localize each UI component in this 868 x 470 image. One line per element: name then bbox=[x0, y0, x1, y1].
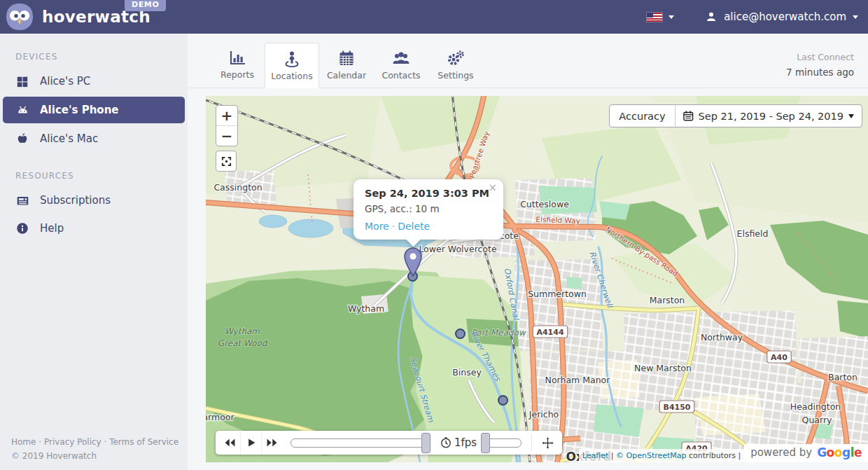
map-label: armoor bbox=[206, 412, 234, 422]
fast-forward-button[interactable] bbox=[261, 431, 282, 455]
zoom-out-button[interactable]: − bbox=[216, 125, 237, 146]
language-flag-icon[interactable] bbox=[647, 13, 662, 22]
google-logo-letter: o bbox=[834, 445, 842, 459]
footer-link-home[interactable]: Home bbox=[11, 437, 36, 447]
footer-link-privacy[interactable]: Privacy Policy bbox=[44, 437, 102, 447]
footer-link-terms[interactable]: Terms of Service bbox=[109, 437, 178, 447]
zoom-control: + − bbox=[216, 105, 238, 146]
clock-icon bbox=[440, 437, 451, 448]
map-label: Binsey bbox=[452, 367, 482, 378]
section-label-resources: RESOURCES bbox=[15, 171, 188, 181]
sidebar-item-alices-phone[interactable]: Alice's Phone bbox=[3, 97, 185, 123]
map-canvas[interactable]: CassingtonCuttesloweWolvercoteLower Wolv… bbox=[206, 96, 868, 462]
pan-button[interactable] bbox=[538, 431, 558, 455]
popup-close-icon[interactable]: × bbox=[488, 183, 497, 193]
map-toolbar: Accuracy Sep 21, 2019 - Sep 24, 2019 bbox=[609, 104, 862, 127]
calendar-icon bbox=[683, 111, 694, 121]
tab-settings[interactable]: Settings bbox=[428, 42, 483, 88]
google-logo-letter: g bbox=[842, 445, 850, 459]
map-label: Elsfield Way bbox=[536, 215, 580, 225]
demo-badge: DEMO bbox=[125, 0, 166, 11]
account-caret-icon[interactable] bbox=[853, 15, 858, 19]
sidebar-item-alices-pc[interactable]: Alice's PC bbox=[0, 67, 188, 95]
map-svg: CassingtonCuttesloweWolvercoteLower Wolv… bbox=[206, 96, 868, 462]
leaflet-link[interactable]: Leaflet bbox=[582, 451, 608, 460]
fps-control: 1fps bbox=[440, 436, 477, 449]
accuracy-button[interactable]: Accuracy bbox=[610, 105, 675, 127]
account-email[interactable]: alice@hoverwatch.com bbox=[724, 11, 846, 23]
speed-slider-handle[interactable] bbox=[481, 433, 490, 453]
last-connect-label: Last Connect bbox=[786, 52, 854, 62]
speed-slider[interactable] bbox=[481, 438, 522, 448]
sidebar-item-label: Alice's PC bbox=[40, 75, 90, 88]
map-label: Northway bbox=[701, 332, 743, 343]
powered-by-text: powered by bbox=[750, 446, 812, 459]
map-attribution: Leaflet | © OpenStreetMap contributors |… bbox=[579, 444, 868, 462]
fast-forward-icon bbox=[266, 438, 278, 448]
timeline-slider[interactable] bbox=[290, 438, 430, 448]
map-label: Cassington bbox=[214, 182, 262, 193]
timeline-slider-handle[interactable] bbox=[421, 433, 430, 453]
location-person-icon bbox=[284, 50, 300, 67]
sidebar-item-label: Alice's Mac bbox=[40, 132, 98, 145]
openstreetmap-link[interactable]: © OpenStreetMap bbox=[616, 451, 687, 460]
rewind-button[interactable] bbox=[220, 431, 240, 455]
map-pin-marker[interactable] bbox=[404, 247, 422, 277]
last-connect: Last Connect 7 minutes ago bbox=[786, 52, 854, 78]
map-label: Lower Wolvercote bbox=[419, 244, 497, 254]
sidebar-item-label: Help bbox=[40, 222, 64, 235]
google-logo[interactable]: Google bbox=[817, 445, 862, 459]
road-ref-text: B4150 bbox=[664, 403, 691, 412]
map-label: Great Wood bbox=[218, 338, 268, 348]
sidebar-item-subscriptions[interactable]: Subscriptions bbox=[0, 186, 188, 214]
play-button[interactable] bbox=[240, 431, 261, 455]
footer-links: Home · Privacy Policy · Terms of Service bbox=[11, 435, 178, 449]
tab-reports[interactable]: Reports bbox=[210, 42, 265, 88]
osm-attribution: Leaflet | © OpenStreetMap contributors | bbox=[579, 449, 744, 462]
date-range-value: Sep 21, 2019 - Sep 24, 2019 bbox=[699, 111, 844, 122]
playback-bar: 1fps bbox=[216, 431, 562, 455]
language-caret-icon[interactable] bbox=[668, 15, 674, 19]
tab-locations[interactable]: Locations bbox=[265, 43, 319, 88]
map-label: Wytham bbox=[225, 326, 260, 336]
map-label: Marston bbox=[650, 295, 685, 305]
road-ref-text: A40 bbox=[771, 353, 788, 362]
map-label: Elsfield bbox=[737, 228, 769, 239]
popup-gps-accuracy: GPS, acc.: 10 m bbox=[365, 203, 492, 214]
map-label: New Marston bbox=[634, 363, 692, 373]
user-icon bbox=[705, 11, 718, 23]
fullscreen-button[interactable] bbox=[216, 151, 237, 172]
sidebar-item-label: Alice's Phone bbox=[40, 104, 119, 116]
play-icon bbox=[246, 438, 256, 448]
sidebar-item-help[interactable]: Help bbox=[0, 214, 188, 242]
sidebar: DEVICES Alice's PC Alice's Phone bbox=[0, 34, 188, 470]
help-icon bbox=[15, 221, 29, 235]
section-label-devices: DEVICES bbox=[15, 52, 188, 62]
windows-icon bbox=[15, 74, 29, 88]
hoverwatch-logo-icon[interactable] bbox=[6, 3, 34, 31]
subscriptions-icon bbox=[15, 193, 29, 207]
location-point-marker[interactable] bbox=[455, 329, 465, 339]
location-point-marker[interactable] bbox=[498, 395, 508, 406]
tab-calendar[interactable]: Calendar bbox=[319, 42, 374, 88]
apple-icon bbox=[15, 132, 29, 146]
move-icon bbox=[542, 437, 554, 449]
google-logo-letter: o bbox=[827, 445, 834, 459]
tab-bar: Reports Locations Calendar bbox=[188, 34, 868, 88]
location-popup: × Sep 24, 2019 3:03 PM GPS, acc.: 10 m M… bbox=[354, 179, 503, 240]
map-label: Headington bbox=[790, 401, 841, 412]
fps-value: 1fps bbox=[454, 436, 477, 449]
map-label: Quarry bbox=[802, 415, 832, 425]
zoom-in-button[interactable]: + bbox=[216, 106, 237, 125]
date-range-button[interactable]: Sep 21, 2019 - Sep 24, 2019 bbox=[676, 111, 862, 122]
map-label: Summertown bbox=[528, 289, 587, 299]
rewind-icon bbox=[224, 438, 236, 448]
bar-chart-icon bbox=[229, 50, 246, 66]
popup-more-link[interactable]: More bbox=[365, 221, 389, 232]
google-logo-letter: e bbox=[854, 445, 862, 459]
popup-delete-link[interactable]: Delete bbox=[398, 221, 430, 232]
top-bar: hoverwatch DEMO alice@hoverwatch.com bbox=[0, 0, 868, 34]
android-icon bbox=[15, 103, 29, 117]
tab-contacts[interactable]: Contacts bbox=[374, 42, 428, 88]
sidebar-item-alices-mac[interactable]: Alice's Mac bbox=[0, 125, 188, 153]
